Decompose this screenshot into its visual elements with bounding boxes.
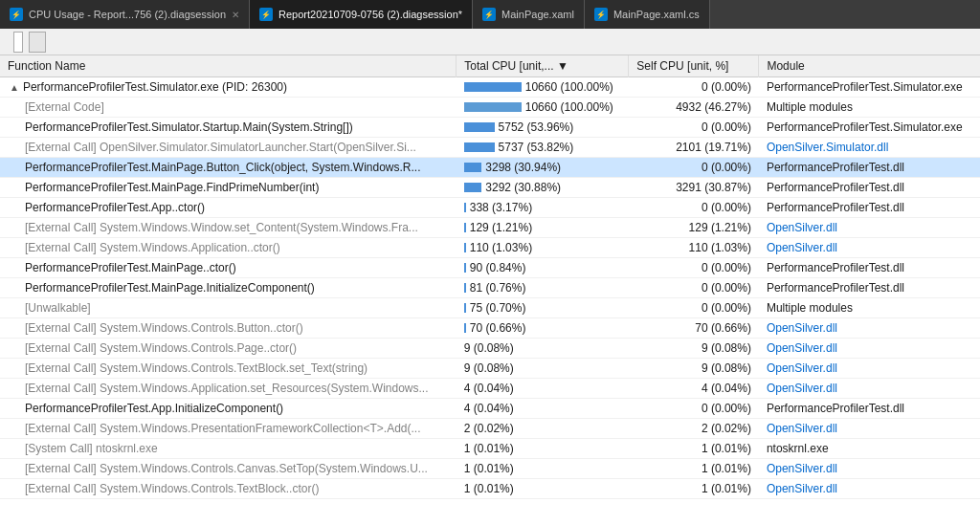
fn-name-text: [External Call] System.Windows.Applicati… xyxy=(25,241,280,254)
table-header: Function NameTotal CPU [unit,... ▼Self C… xyxy=(0,55,980,77)
module-cell-2: PerformanceProfilerTest.Simulator.exe xyxy=(759,118,980,138)
table-row[interactable]: [External Call] System.Windows.Controls.… xyxy=(0,339,980,359)
module-cell-19[interactable]: OpenSilver.dll xyxy=(759,459,980,479)
table-row[interactable]: [External Call] System.Windows.Controls.… xyxy=(0,459,980,479)
module-cell-8[interactable]: OpenSilver.dll xyxy=(759,238,980,258)
table-row[interactable]: PerformanceProfilerTest.App.InitializeCo… xyxy=(0,399,980,419)
total-cpu-cell-7: 129 (1.21%) xyxy=(457,218,629,238)
cpu-bar xyxy=(464,122,495,132)
tab-mainxaml-label: MainPage.xaml xyxy=(501,9,574,20)
table-row[interactable]: [External Call] System.Windows.Controls.… xyxy=(0,479,980,499)
table-row[interactable]: PerformanceProfilerTest.App..ctor()338 (… xyxy=(0,198,980,218)
fn-name-text: PerformanceProfilerTest.MainPage.FindPri… xyxy=(25,181,319,194)
module-cell-9: PerformanceProfilerTest.dll xyxy=(759,258,980,278)
module-cell-4: PerformanceProfilerTest.dll xyxy=(759,158,980,178)
tab-cpu-report2[interactable]: ⚡Report20210709-0756 (2).diagsession* xyxy=(250,0,473,29)
total-cpu-value: 1 (0.01%) xyxy=(464,482,514,495)
cpu-bar xyxy=(464,223,466,232)
self-cpu-cell-2: 0 (0.00%) xyxy=(629,118,759,138)
fn-name-text: [External Call] System.Windows.Window.se… xyxy=(25,221,418,234)
table-row[interactable]: [External Call] System.Windows.Presentat… xyxy=(0,419,980,439)
table-row[interactable]: [External Call] OpenSilver.Simulator.Sim… xyxy=(0,138,980,158)
tab-mainxaml[interactable]: ⚡MainPage.xaml xyxy=(473,0,585,29)
module-cell-16: PerformanceProfilerTest.dll xyxy=(759,399,980,419)
module-cell-3[interactable]: OpenSilver.Simulator.dll xyxy=(759,138,980,158)
total-cpu-value: 3298 (30.94%) xyxy=(485,161,561,174)
fn-name-text: [External Call] System.Windows.Controls.… xyxy=(25,482,319,495)
table-row[interactable]: [System Call] ntoskrnl.exe1 (0.01%)1 (0.… xyxy=(0,439,980,459)
table-row[interactable]: [Unwalkable]75 (0.70%)0 (0.00%)Multiple … xyxy=(0,298,980,318)
table-body: ▲PerformanceProfilerTest.Simulator.exe (… xyxy=(0,77,980,499)
tab-cpu-report1[interactable]: ⚡CPU Usage - Report...756 (2).diagsessio… xyxy=(0,0,250,29)
total-cpu-value: 75 (0.70%) xyxy=(470,301,526,315)
total-cpu-cell-2: 5752 (53.96%) xyxy=(457,118,629,138)
cpu-bar xyxy=(464,102,522,112)
cpu-bar xyxy=(464,183,482,192)
fn-name-text: [External Code] xyxy=(25,100,104,114)
fn-name-text: [External Call] System.Windows.Controls.… xyxy=(25,361,368,375)
total-cpu-cell-10: 81 (0.76%) xyxy=(457,278,629,298)
module-cell-20[interactable]: OpenSilver.dll xyxy=(759,479,980,499)
total-cpu-cell-14: 9 (0.08%) xyxy=(457,359,629,379)
total-cpu-cell-11: 75 (0.70%) xyxy=(457,298,629,318)
table-row[interactable]: [External Call] System.Windows.Window.se… xyxy=(0,218,980,238)
cpu-bar xyxy=(464,243,466,252)
module-cell-5: PerformanceProfilerTest.dll xyxy=(759,178,980,198)
table-row[interactable]: PerformanceProfilerTest.MainPage..ctor()… xyxy=(0,258,980,278)
current-view-select[interactable] xyxy=(13,32,23,53)
tab-cpu-report1-close[interactable]: ✕ xyxy=(232,10,239,20)
fn-name-cell-15: [External Call] System.Windows.Applicati… xyxy=(0,379,457,399)
module-cell-18: ntoskrnl.exe xyxy=(759,439,980,459)
total-cpu-cell-6: 338 (3.17%) xyxy=(457,198,629,218)
fn-name-text: PerformanceProfilerTest.MainPage.Initial… xyxy=(25,281,315,295)
expand-arrow[interactable]: ▲ xyxy=(10,82,19,93)
fn-name-cell-9: PerformanceProfilerTest.MainPage..ctor() xyxy=(0,258,457,278)
fn-name-cell-12: [External Call] System.Windows.Controls.… xyxy=(0,318,457,339)
fn-name-text: [External Call] System.Windows.Controls.… xyxy=(25,321,303,335)
table-row[interactable]: PerformanceProfilerTest.MainPage.Initial… xyxy=(0,278,980,298)
total-cpu-value: 2 (0.02%) xyxy=(464,422,514,435)
current-view-dropdown-arrow[interactable] xyxy=(29,32,46,53)
fn-name-cell-10: PerformanceProfilerTest.MainPage.Initial… xyxy=(0,278,457,298)
table-row[interactable]: PerformanceProfilerTest.MainPage.Button_… xyxy=(0,158,980,178)
module-cell-11: Multiple modules xyxy=(759,298,980,318)
fn-name-cell-11: [Unwalkable] xyxy=(0,298,457,318)
fn-name-cell-18: [System Call] ntoskrnl.exe xyxy=(0,439,457,459)
self-cpu-cell-11: 0 (0.00%) xyxy=(629,298,759,318)
table-row[interactable]: [External Call] System.Windows.Applicati… xyxy=(0,379,980,399)
module-cell-13[interactable]: OpenSilver.dll xyxy=(759,339,980,359)
table-row[interactable]: [External Call] System.Windows.Controls.… xyxy=(0,359,980,379)
col-header-col-total[interactable]: Total CPU [unit,... ▼ xyxy=(457,55,629,77)
table-row[interactable]: PerformanceProfilerTest.Simulator.Startu… xyxy=(0,118,980,138)
total-cpu-cell-19: 1 (0.01%) xyxy=(457,459,629,479)
module-cell-15[interactable]: OpenSilver.dll xyxy=(759,379,980,399)
fn-name-cell-2: PerformanceProfilerTest.Simulator.Startu… xyxy=(0,118,457,138)
table-row[interactable]: ▲PerformanceProfilerTest.Simulator.exe (… xyxy=(0,77,980,98)
module-cell-12[interactable]: OpenSilver.dll xyxy=(759,318,980,339)
module-cell-14[interactable]: OpenSilver.dll xyxy=(759,359,980,379)
total-cpu-value: 5737 (53.82%) xyxy=(499,141,574,154)
fn-name-cell-7: [External Call] System.Windows.Window.se… xyxy=(0,218,457,238)
col-header-col-self: Self CPU [unit, %] xyxy=(629,55,759,77)
self-cpu-cell-12: 70 (0.66%) xyxy=(629,318,759,339)
table-row[interactable]: [External Code]10660 (100.00%)4932 (46.2… xyxy=(0,98,980,118)
fn-name-text: [Unwalkable] xyxy=(25,301,91,315)
main-content: Function NameTotal CPU [unit,... ▼Self C… xyxy=(0,55,980,525)
total-cpu-cell-0: 10660 (100.00%) xyxy=(457,77,629,98)
tab-mainxamlcs-label: MainPage.xaml.cs xyxy=(613,9,700,20)
self-cpu-cell-9: 0 (0.00%) xyxy=(629,258,759,278)
fn-name-text: PerformanceProfilerTest.MainPage.Button_… xyxy=(25,161,421,174)
table-row[interactable]: [External Call] System.Windows.Controls.… xyxy=(0,318,980,339)
tab-mainxamlcs[interactable]: ⚡MainPage.xaml.cs xyxy=(585,0,710,29)
total-cpu-value: 129 (1.21%) xyxy=(470,221,532,234)
total-cpu-cell-15: 4 (0.04%) xyxy=(457,379,629,399)
table-row[interactable]: PerformanceProfilerTest.MainPage.FindPri… xyxy=(0,178,980,198)
cpu-bar xyxy=(464,303,466,313)
self-cpu-cell-6: 0 (0.00%) xyxy=(629,198,759,218)
module-cell-0: PerformanceProfilerTest.Simulator.exe xyxy=(759,77,980,98)
table-row[interactable]: [External Call] System.Windows.Applicati… xyxy=(0,238,980,258)
module-cell-17[interactable]: OpenSilver.dll xyxy=(759,419,980,439)
total-cpu-value: 70 (0.66%) xyxy=(470,321,526,335)
module-cell-7[interactable]: OpenSilver.dll xyxy=(759,218,980,238)
fn-name-cell-20: [External Call] System.Windows.Controls.… xyxy=(0,479,457,499)
